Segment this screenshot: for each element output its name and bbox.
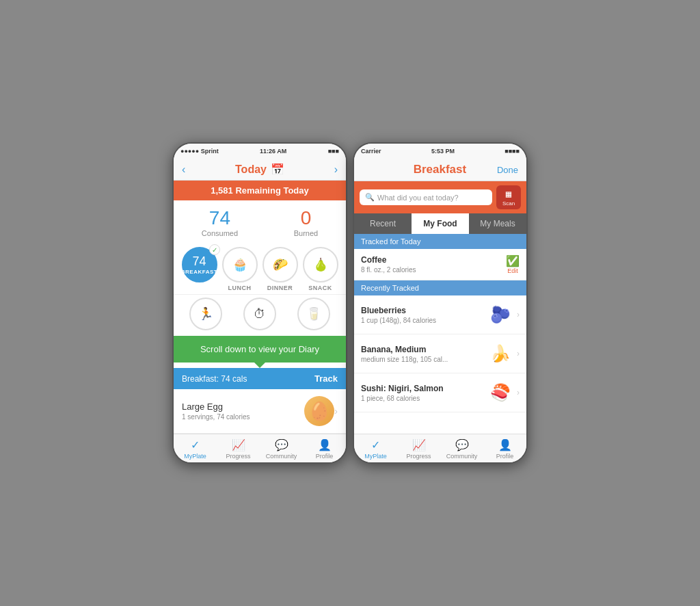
right-profile-label: Profile xyxy=(496,453,514,460)
myplate-label: MyPlate xyxy=(184,453,206,460)
myplate-icon: ✓ xyxy=(191,438,200,451)
right-battery: ■■■■ xyxy=(504,148,520,155)
exercise-icon: 🏃 xyxy=(189,298,222,330)
blueberries-chevron: › xyxy=(517,310,520,319)
coffee-edit-button[interactable]: Edit xyxy=(507,267,518,274)
large-egg-info: Large Egg 1 servings, 74 calories xyxy=(182,401,304,421)
large-egg-item[interactable]: Large Egg 1 servings, 74 calories 🥚 › xyxy=(174,389,346,434)
blueberries-image: 🫐 xyxy=(487,301,514,328)
sushi-desc: 1 piece, 68 calories xyxy=(361,395,487,402)
scan-button[interactable]: ▦ Scan xyxy=(496,185,521,209)
large-egg-desc: 1 servings, 74 calories xyxy=(182,413,304,421)
banana-item[interactable]: Banana, Medium medium size 118g, 105 cal… xyxy=(354,334,526,373)
burned-label: Burned xyxy=(294,229,318,237)
banana-image: 🍌 xyxy=(487,340,514,367)
left-nav-profile[interactable]: 👤 Profile xyxy=(303,434,346,462)
consumed-label: Consumed xyxy=(202,229,238,237)
large-egg-image: 🥚 xyxy=(304,396,334,426)
right-status-bar: Carrier 5:53 PM ■■■■ xyxy=(354,144,526,159)
search-input[interactable]: What did you eat today? xyxy=(377,194,459,202)
diary-tooltip: Scroll down to view your Diary xyxy=(174,336,346,363)
right-profile-icon: 👤 xyxy=(498,438,512,451)
blueberries-name: Blueberries xyxy=(361,306,487,315)
sushi-info: Sushi: Nigiri, Salmon 1 piece, 68 calori… xyxy=(361,384,487,402)
right-nav-bar: Breakfast Done xyxy=(354,159,526,181)
right-nav-title: Breakfast xyxy=(414,163,467,176)
right-community-label: Community xyxy=(446,453,478,460)
large-egg-chevron: › xyxy=(334,406,338,417)
lunch-label: LUNCH xyxy=(228,285,252,291)
banana-right: 🍌 › xyxy=(487,340,520,367)
lunch-icon: 🧁 xyxy=(222,247,258,282)
right-bottom-nav: ✓ MyPlate 📈 Progress 💬 Community 👤 Profi… xyxy=(354,434,526,462)
water-icon: 🥛 xyxy=(297,298,330,330)
breakfast-check: ✓ xyxy=(209,244,220,255)
banana-chevron: › xyxy=(517,349,520,358)
done-button[interactable]: Done xyxy=(497,165,518,175)
dinner-icon: 🌮 xyxy=(262,247,298,282)
progress-label: Progress xyxy=(226,453,250,460)
banana-name: Banana, Medium xyxy=(361,345,487,354)
breakfast-bar-label: Breakfast: 74 cals xyxy=(182,374,247,384)
banana-desc: medium size 118g, 105 cal... xyxy=(361,356,487,363)
sushi-name: Sushi: Nigiri, Salmon xyxy=(361,384,487,393)
progress-icon: 📈 xyxy=(232,438,245,451)
left-phone: ●●●●● Sprint 11:26 AM ■■■ ‹ Today 📅 › 1,… xyxy=(172,142,347,464)
water-circle[interactable]: 🥛 xyxy=(297,298,330,330)
profile-label: Profile xyxy=(316,453,334,460)
right-myplate-label: MyPlate xyxy=(364,453,387,460)
sushi-item[interactable]: Sushi: Nigiri, Salmon 1 piece, 68 calori… xyxy=(354,373,526,412)
left-time: 11:26 AM xyxy=(260,148,286,155)
exercise-circle[interactable]: 🏃 xyxy=(189,298,222,330)
profile-icon: 👤 xyxy=(318,438,332,451)
weight-circle[interactable]: ⏱ xyxy=(243,298,276,330)
dinner-circle[interactable]: 🌮 DINNER xyxy=(262,247,298,291)
left-nav-community[interactable]: 💬 Community xyxy=(260,434,303,462)
right-myplate-icon: ✓ xyxy=(371,438,380,451)
calendar-icon: 📅 xyxy=(271,163,284,176)
coffee-desc: 8 fl. oz., 2 calories xyxy=(361,266,506,274)
scan-icon: ▦ xyxy=(506,188,511,199)
blueberries-desc: 1 cup (148g), 84 calories xyxy=(361,317,487,324)
left-status-bar: ●●●●● Sprint 11:26 AM ■■■ xyxy=(174,144,346,159)
right-nav-community[interactable]: 💬 Community xyxy=(440,434,483,462)
snack-label: SNACK xyxy=(308,285,332,291)
sushi-right: 🍣 › xyxy=(487,379,520,406)
coffee-item[interactable]: Coffee 8 fl. oz., 2 calories ✅ Edit xyxy=(354,249,526,280)
tab-recent[interactable]: Recent xyxy=(354,213,412,234)
search-scan-row: 🔍 What did you eat today? ▦ Scan xyxy=(354,181,526,213)
right-nav-profile[interactable]: 👤 Profile xyxy=(483,434,526,462)
right-carrier: Carrier xyxy=(361,148,381,155)
snack-circle[interactable]: 🍐 SNACK xyxy=(303,247,338,291)
consumed-stat: 74 Consumed xyxy=(202,207,238,237)
large-egg-name: Large Egg xyxy=(182,401,304,412)
search-box[interactable]: 🔍 What did you eat today? xyxy=(360,189,492,205)
blueberries-item[interactable]: Blueberries 1 cup (148g), 84 calories 🫐 … xyxy=(354,295,526,334)
coffee-right: ✅ Edit xyxy=(506,254,520,274)
tab-my-food[interactable]: My Food xyxy=(412,213,469,234)
recent-section-header: Recently Tracked xyxy=(354,280,526,295)
left-nav-title: Today 📅 xyxy=(235,163,284,176)
right-progress-icon: 📈 xyxy=(412,438,426,451)
tab-my-meals[interactable]: My Meals xyxy=(469,213,526,234)
search-icon: 🔍 xyxy=(365,193,375,202)
right-nav-progress[interactable]: 📈 Progress xyxy=(397,434,440,462)
left-back-arrow[interactable]: ‹ xyxy=(182,163,185,176)
left-bottom-nav: ✓ MyPlate 📈 Progress 💬 Community 👤 Profi… xyxy=(174,434,346,462)
lunch-circle[interactable]: 🧁 LUNCH xyxy=(222,247,258,291)
snack-icon: 🍐 xyxy=(303,247,338,282)
consumed-value: 74 xyxy=(202,207,238,229)
stats-row: 74 Consumed 0 Burned xyxy=(174,200,346,241)
burned-stat: 0 Burned xyxy=(294,207,318,237)
left-signal: ●●●●● Sprint xyxy=(180,148,219,155)
left-nav-bar: ‹ Today 📅 › xyxy=(174,159,346,181)
breakfast-circle[interactable]: 74 BREAKFAST ✓ xyxy=(182,247,217,291)
blueberries-info: Blueberries 1 cup (148g), 84 calories xyxy=(361,306,487,324)
tracked-section-header: Tracked for Today xyxy=(354,234,526,249)
left-nav-progress[interactable]: 📈 Progress xyxy=(217,434,260,462)
track-button[interactable]: Track xyxy=(314,373,338,384)
burned-value: 0 xyxy=(294,207,318,229)
left-forward-arrow[interactable]: › xyxy=(334,163,338,176)
left-nav-myplate[interactable]: ✓ MyPlate xyxy=(174,434,217,462)
right-nav-myplate[interactable]: ✓ MyPlate xyxy=(354,434,397,462)
